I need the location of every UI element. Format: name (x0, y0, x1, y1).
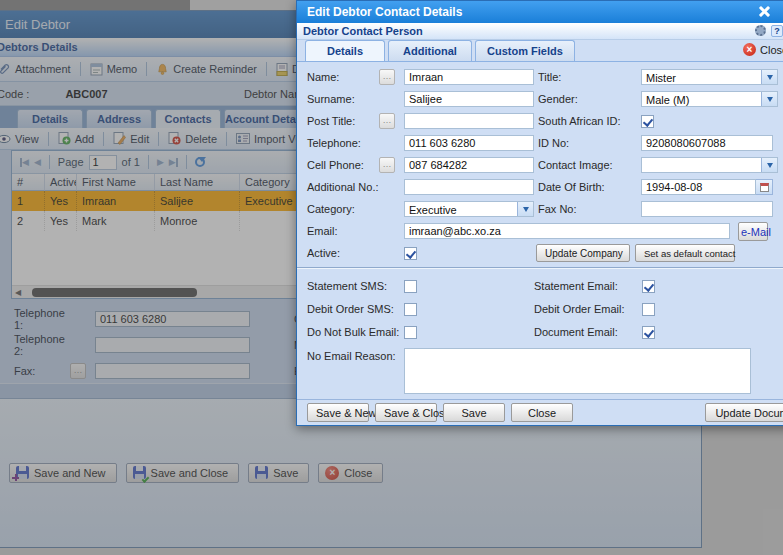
save-button[interactable]: Save (443, 403, 505, 422)
chevron-down-icon[interactable] (761, 70, 777, 84)
contact-image-select[interactable] (641, 157, 778, 173)
cell-phone-field[interactable] (404, 157, 534, 173)
document-email-label: Document Email: (534, 326, 642, 338)
date-of-birth-field[interactable] (641, 179, 756, 195)
date-of-birth-picker (641, 179, 773, 195)
email-field[interactable] (404, 223, 730, 239)
debit-order-email-label: Debit Order Email: (534, 303, 642, 315)
statement-email-checkbox[interactable] (642, 280, 655, 293)
edit-debtor-contact-details-dialog: Edit Debtor Contact Details Debtor Conta… (296, 0, 783, 426)
title-select[interactable]: Mister (641, 69, 778, 85)
fax-no-label: Fax No: (538, 203, 641, 215)
update-documents-button[interactable]: Update Documents (705, 403, 783, 422)
sa-id-checkbox[interactable] (641, 115, 654, 128)
surname-label: Surname: (307, 93, 379, 105)
e-mail-button[interactable]: e-Mail (738, 222, 768, 241)
do-not-bulk-email-label: Do Not Bulk Email: (307, 326, 404, 338)
tab-custom-fields[interactable]: Custom Fields (475, 40, 575, 61)
active-checkbox[interactable] (404, 247, 417, 260)
help-icon[interactable]: ? (771, 25, 783, 37)
dialog-footer: Save & New Save & Close Save Close Updat… (297, 399, 783, 425)
surname-field[interactable] (404, 91, 534, 107)
save-and-close-button[interactable]: Save & Close (375, 403, 437, 422)
debit-order-sms-label: Debit Order SMS: (307, 303, 404, 315)
date-of-birth-label: Date Of Birth: (538, 181, 641, 193)
no-email-reason-label: No Email Reason: (307, 348, 404, 362)
id-no-label: ID No: (538, 137, 641, 149)
gender-label: Gender: (538, 93, 641, 105)
active-label: Active: (307, 247, 379, 259)
statement-email-label: Statement Email: (534, 280, 642, 292)
do-not-bulk-email-checkbox[interactable] (404, 326, 417, 339)
additional-no-field[interactable] (404, 179, 534, 195)
no-email-reason-field[interactable] (404, 348, 751, 394)
tab-details[interactable]: Details (305, 40, 385, 61)
close-icon[interactable] (757, 5, 770, 18)
close-button[interactable]: Close (511, 403, 573, 422)
category-select[interactable]: Executive (404, 201, 534, 217)
dialog-title: Edit Debtor Contact Details (307, 5, 462, 19)
cell-phone-label: Cell Phone: (307, 159, 379, 171)
close-tab-button[interactable]: × Close (743, 43, 783, 56)
set-default-contact-button[interactable]: Set as default contact (635, 244, 735, 262)
update-company-button[interactable]: Update Company (536, 244, 630, 262)
category-label: Category: (307, 203, 379, 215)
email-label: Email: (307, 225, 379, 237)
close-red-icon: × (743, 43, 756, 56)
tab-additional[interactable]: Additional (388, 40, 472, 61)
additional-no-label: Additional No.: (307, 181, 379, 193)
gear-icon[interactable] (755, 25, 766, 36)
contact-person-header: Debtor Contact Person ? (297, 23, 783, 40)
debit-order-email-checkbox[interactable] (642, 303, 655, 316)
dialog-tabstrip: Details Additional Custom Fields × Close (297, 40, 783, 62)
chevron-down-icon[interactable] (517, 202, 533, 216)
telephone-label: Telephone: (307, 137, 379, 149)
cell-phone-lookup-button[interactable]: … (379, 157, 395, 173)
post-title-lookup-button[interactable]: … (379, 113, 395, 129)
calendar-icon[interactable] (756, 179, 773, 195)
fax-no-field[interactable] (641, 201, 773, 217)
debit-order-sms-checkbox[interactable] (404, 303, 417, 316)
dialog-titlebar: Edit Debtor Contact Details (297, 1, 783, 23)
close-tab-label: Close (760, 44, 783, 56)
telephone-field[interactable] (404, 135, 534, 151)
post-title-field[interactable] (404, 113, 534, 129)
name-label: Name: (307, 71, 379, 83)
statement-sms-checkbox[interactable] (404, 280, 417, 293)
title-label: Title: (538, 71, 641, 83)
chevron-down-icon[interactable] (761, 158, 777, 172)
dialog-body: Name: … Title: Mister Surname: Gender: M… (297, 62, 783, 399)
sa-id-label: South African ID: (538, 115, 641, 127)
name-field[interactable] (404, 69, 534, 85)
name-lookup-button[interactable]: … (379, 69, 395, 85)
chevron-down-icon[interactable] (761, 92, 777, 106)
statement-sms-label: Statement SMS: (307, 280, 404, 292)
id-no-field[interactable] (641, 135, 773, 151)
post-title-label: Post Title: (307, 115, 379, 127)
save-and-new-button[interactable]: Save & New (307, 403, 369, 422)
gender-select[interactable]: Male (M) (641, 91, 778, 107)
contact-person-title: Debtor Contact Person (303, 25, 423, 37)
document-email-checkbox[interactable] (642, 326, 655, 339)
section-divider (297, 267, 783, 269)
contact-image-label: Contact Image: (538, 159, 641, 171)
